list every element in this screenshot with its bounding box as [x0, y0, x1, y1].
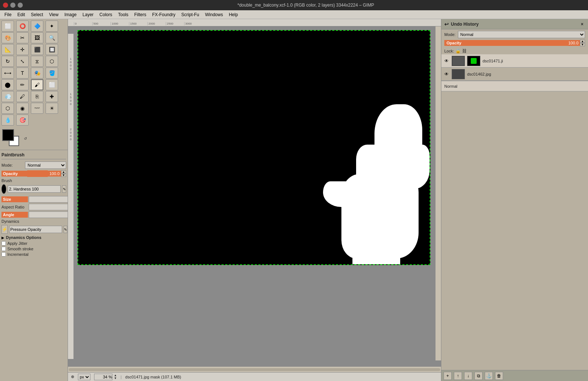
tool-ellipse-select[interactable]: ⭕ [16, 21, 29, 32]
menu-layer[interactable]: Layer [80, 11, 97, 18]
brush-preview[interactable] [1, 184, 6, 194]
tool-perspective-clone[interactable]: ⬡ [1, 103, 14, 114]
undo-opacity-down[interactable]: ▼ [580, 43, 585, 46]
dynamics-icon[interactable]: ⚡ [1, 225, 8, 234]
duplicate-layer-button[interactable]: ⧉ [474, 372, 483, 380]
menu-help[interactable]: Help [226, 11, 241, 18]
tool-paintbrush[interactable]: 🖌 [31, 79, 43, 90]
tool-rotate[interactable]: ↻ [1, 56, 14, 67]
tool-dodge-burn[interactable]: ☀ [46, 103, 58, 114]
menu-tools[interactable]: Tools [115, 11, 131, 18]
tool-blend[interactable]: ⬤ [1, 79, 14, 90]
tool-colorpicker[interactable]: 💧 [1, 115, 14, 126]
tool-flip[interactable]: ⟷ [1, 68, 14, 79]
tool-scale[interactable]: ⤡ [16, 56, 29, 67]
layer-item-1[interactable]: 👁 dsc01471.ji [441, 54, 588, 68]
tool-measure[interactable]: 📐 [1, 44, 14, 55]
menu-colors[interactable]: Colors [97, 11, 115, 18]
dynamics-options-toggle[interactable]: ▶ Dynamics Options [1, 235, 66, 240]
menu-fx-foundry[interactable]: FX-Foundry [149, 11, 178, 18]
opacity-up[interactable]: ▲ [61, 170, 66, 174]
vertical-scrollbar[interactable] [435, 26, 441, 360]
undo-opacity-up[interactable]: ▲ [580, 40, 585, 43]
tool-foreground-select[interactable]: 🖼 [31, 32, 43, 43]
unit-select[interactable]: px [78, 374, 90, 380]
tool-pencil[interactable]: ✏ [16, 79, 29, 90]
undo-opacity-row: Opacity 100.0 ▲ ▼ [441, 40, 588, 48]
ruler-tick-1000: 1000 [111, 22, 129, 25]
minimize-button[interactable] [10, 3, 15, 8]
layer-vis-1[interactable]: 👁 [444, 58, 449, 64]
opacity-slider[interactable] [27, 170, 48, 177]
lock-position-icon[interactable]: ⛓ [462, 48, 467, 54]
aspect-input[interactable] [29, 204, 68, 210]
menu-view[interactable]: View [46, 11, 61, 18]
zoom-down[interactable]: ▼ [114, 377, 117, 380]
tool-free-select[interactable]: 🔷 [31, 21, 43, 32]
hscroll-thumb[interactable] [69, 368, 440, 371]
horizontal-scrollbar[interactable] [68, 366, 441, 372]
tool-align[interactable]: ⬛ [31, 44, 43, 55]
undo-opacity-spin: ▲ ▼ [580, 40, 585, 46]
tool-perspective[interactable]: ⬡ [46, 56, 58, 67]
dynamics-name-input[interactable] [9, 226, 62, 233]
tool-blur-sharpen[interactable]: ◉ [16, 103, 29, 114]
undo-mode-select[interactable]: Normal [458, 31, 585, 38]
close-button[interactable] [3, 3, 8, 8]
delete-layer-button[interactable]: 🗑 [495, 372, 503, 380]
lock-pixels-icon[interactable]: 🔒 [455, 48, 461, 54]
tool-by-color-select[interactable]: 🎨 [1, 32, 14, 43]
zoom-input[interactable] [94, 374, 112, 380]
brush-name-input[interactable] [8, 185, 61, 193]
menu-script-fu[interactable]: Script-Fu [178, 11, 202, 18]
status-navigator-icon[interactable]: ⊕ [71, 374, 74, 379]
raise-layer-button[interactable]: ↑ [454, 372, 462, 380]
image-canvas[interactable] [78, 30, 430, 265]
new-layer-button[interactable]: + [444, 372, 452, 380]
history-item-normal[interactable]: Normal [441, 81, 588, 91]
tool-color-picker-2[interactable]: 🎯 [16, 115, 29, 126]
tool-eraser[interactable]: ⬜ [46, 79, 58, 90]
incremental-checkbox[interactable] [1, 252, 6, 257]
opacity-down[interactable]: ▼ [61, 174, 66, 177]
maximize-button[interactable] [18, 3, 23, 8]
menu-file[interactable]: File [1, 11, 14, 18]
tool-airbrush[interactable]: 💨 [1, 91, 14, 102]
tool-zoom[interactable]: 🔍 [46, 32, 58, 43]
tool-rect-select[interactable]: ⬜ [1, 21, 14, 32]
foreground-color-swatch[interactable] [2, 129, 14, 141]
brush-edit-button[interactable]: ✎ [62, 185, 66, 193]
menu-edit[interactable]: Edit [14, 11, 28, 18]
dynamics-options-label: Dynamics Options [6, 235, 42, 240]
reset-colors-icon[interactable]: ↺ [24, 137, 27, 141]
menu-select[interactable]: Select [28, 11, 46, 18]
tool-shear[interactable]: ⧖ [31, 56, 43, 67]
tool-ink[interactable]: 🖋 [16, 91, 29, 102]
layer-item-2[interactable]: 👁 dsc01462.jpg [441, 68, 588, 81]
smooth-stroke-checkbox[interactable] [1, 247, 6, 251]
tool-smudge[interactable]: 〰 [31, 103, 43, 114]
dynamics-edit-button[interactable]: ✎ [64, 226, 67, 233]
tool-fuzzy-select[interactable]: ✦ [46, 21, 58, 32]
mode-select[interactable]: Normal [25, 162, 66, 169]
undo-panel-close[interactable]: × [579, 21, 585, 27]
menu-filters[interactable]: Filters [131, 11, 149, 18]
angle-input[interactable] [29, 211, 68, 218]
tool-crop[interactable]: 🔲 [46, 44, 58, 55]
lower-layer-button[interactable]: ↓ [464, 372, 472, 380]
tool-bucket-fill[interactable]: 🪣 [46, 68, 58, 79]
tool-scissors[interactable]: ✂ [16, 32, 29, 43]
layer-vis-2[interactable]: 👁 [444, 71, 449, 77]
lock-label: Lock: [444, 49, 454, 53]
tool-move[interactable]: ✛ [16, 44, 29, 55]
tool-clone[interactable]: ⎘ [31, 91, 43, 102]
menu-image[interactable]: Image [61, 11, 79, 18]
tool-color-balance[interactable]: 🎭 [31, 68, 43, 79]
canvas-viewport[interactable]: 1000 1500 2000 [68, 26, 441, 366]
menu-windows[interactable]: Windows [202, 11, 226, 18]
tool-heal[interactable]: ✚ [46, 91, 58, 102]
size-input[interactable] [29, 196, 68, 203]
anchor-layer-button[interactable]: ⚓ [485, 372, 493, 380]
apply-jitter-checkbox[interactable] [1, 241, 6, 246]
tool-text[interactable]: T [16, 68, 29, 79]
